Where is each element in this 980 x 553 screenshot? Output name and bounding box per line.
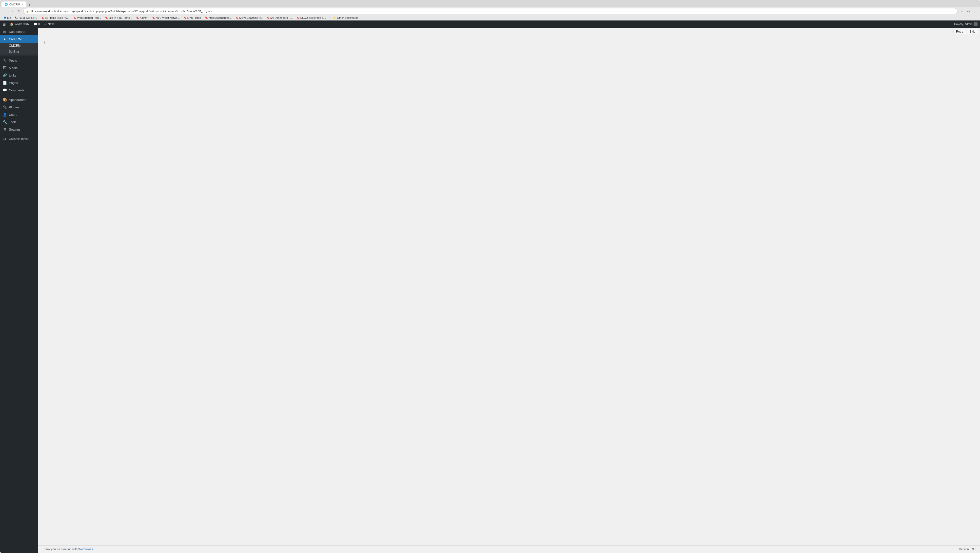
bookmark-mbw-icon: 🔖 (235, 16, 239, 19)
bookmark-phone[interactable]: 📞 (919) 335-6649 (14, 16, 38, 20)
collapse-icon: ⊙ (2, 137, 7, 141)
sidebar-tools-label: Tools (9, 120, 16, 124)
secure-icon: 🔒 (26, 10, 29, 13)
tab-title: CiviCRM (10, 3, 20, 6)
bookmark-login[interactable]: 🔖 Log In ‹ 3S Home... (104, 16, 133, 20)
sidebar-menu: ⊞ Dashboard ● CiviCRM CiviCRM Settings ✎ (0, 28, 38, 553)
bookmark-websupp-label: Web Support Req... (77, 16, 101, 19)
bookmark-other[interactable]: 📁 Other Bookmarks (332, 16, 359, 20)
sidebar-item-posts[interactable]: ✎ Posts (0, 57, 38, 64)
wp-content-area: [ (38, 35, 980, 545)
bookmark-secu[interactable]: 🔖 SECU Brokerage S... (296, 16, 327, 20)
bookmark-nyu-home[interactable]: 🔖 NYU Home (183, 16, 202, 20)
tabs-bar: 🌐 CiviCRM ✕ + (0, 0, 980, 7)
sidebar-collapse-button[interactable]: ⊙ Collapse menu (0, 135, 38, 143)
posts-icon: ✎ (2, 59, 7, 62)
bookmark-mbw-label: MBW Coaching P... (239, 16, 262, 19)
tools-icon: 🔧 (2, 120, 7, 124)
sidebar-separator-1 (0, 56, 38, 56)
new-tab-button[interactable]: + (27, 2, 32, 7)
bookmark-websupp-icon: 🔖 (73, 16, 76, 19)
sidebar-item-appearance[interactable]: 🎨 Appearance (0, 96, 38, 104)
bookmark-me[interactable]: 👤 Me (2, 16, 12, 20)
bookmark-wordpress-label: https://wordpress... (208, 16, 232, 19)
wp-comments-icon: 💬 (33, 22, 37, 26)
appearance-icon: 🎨 (2, 98, 7, 102)
wp-avatar[interactable] (974, 22, 978, 26)
bookmark-login-label: Log In ‹ 3S Home... (109, 16, 132, 19)
sidebar-plugins-label: Plugins (9, 105, 19, 109)
refresh-button[interactable]: ↻ (16, 8, 22, 14)
retry-button[interactable]: Retry (953, 29, 966, 34)
sidebar-separator-2 (0, 95, 38, 95)
sidebar-dashboard-label: Dashboard (9, 30, 25, 33)
bookmark-websupp[interactable]: 🔖 Web Support Req... (72, 16, 102, 20)
sidebar-collapse-label: Collapse menu (9, 137, 29, 141)
navigation-bar: ‹ › ↻ 🔒 https://crm.worldmethodistcounci… (0, 7, 980, 15)
sidebar-civicrm-label: CiviCRM (9, 37, 21, 41)
wp-howdy-text: Howdy, admin (954, 22, 973, 26)
active-tab[interactable]: 🌐 CiviCRM ✕ (2, 2, 26, 7)
bookmark-wordpress[interactable]: 🔖 https://wordpress... (204, 16, 232, 20)
bookmark-alumni-label: Alumni (140, 16, 148, 19)
wp-new-item[interactable]: ＋ New (42, 22, 56, 26)
bookmark-nyu-violet-label: NYU Violet Netwo... (156, 16, 180, 19)
bookmark-dashboard-label: My Dashboard - ... (270, 16, 293, 19)
url-text: https://crm.worldmethodistcouncil.org/wp… (30, 10, 955, 13)
sidebar-submenu-civicrm[interactable]: CiviCRM (0, 43, 38, 49)
links-icon: 🔗 (2, 73, 7, 77)
bookmark-me-icon: 👤 (3, 16, 6, 19)
sidebar-comments-label: Comments (9, 88, 24, 92)
wp-comments-item[interactable]: 💬 0 (32, 22, 42, 26)
footer-wordpress-link[interactable]: WordPress (78, 548, 93, 551)
nav-icons-right: ☆ ⚙ ⋮ (959, 8, 978, 14)
bookmark-mbw[interactable]: 🔖 MBW Coaching P... (234, 16, 264, 20)
sidebar-item-links[interactable]: 🔗 Links (0, 72, 38, 79)
bookmarks-bar: 👤 Me 📞 (919) 335-6649 🔖 3S Home | Site I… (0, 15, 980, 21)
tab-favicon: 🌐 (5, 3, 8, 6)
bookmark-wordpress-icon: 🔖 (205, 16, 208, 19)
sidebar-submenu-settings[interactable]: Settings (0, 49, 38, 54)
menu-icon[interactable]: ⋮ (972, 8, 978, 14)
sidebar-item-tools[interactable]: 🔧 Tools (0, 118, 38, 126)
media-icon: 🖼 (2, 66, 7, 70)
bookmark-other-label: Other Bookmarks (337, 16, 358, 19)
bookmark-dashboard[interactable]: 🔖 My Dashboard - ... (266, 16, 294, 20)
sidebar-item-dashboard[interactable]: ⊞ Dashboard (0, 28, 38, 35)
wp-main-content: Retry Skip [ Thank you for creating with… (38, 28, 980, 553)
bookmark-3s[interactable]: 🔖 3S Home | Site Inv... (40, 16, 71, 20)
bookmark-alumni-icon: 🔖 (136, 16, 139, 19)
bookmark-icon[interactable]: ☆ (959, 8, 965, 14)
sidebar-item-civicrm[interactable]: ● CiviCRM (0, 35, 38, 43)
comments-icon: 💬 (2, 88, 7, 92)
sidebar-item-pages[interactable]: 📄 Pages (0, 79, 38, 86)
bookmark-me-label: Me (7, 16, 11, 19)
sidebar-settings-label: Settings (9, 127, 21, 131)
bookmark-3s-label: 3S Home | Site Inv... (45, 16, 70, 19)
tab-close-button[interactable]: ✕ (21, 3, 24, 6)
sidebar-item-settings[interactable]: ⚙ Settings (0, 126, 38, 133)
sidebar-posts-label: Posts (9, 59, 17, 62)
bookmark-nyu-violet[interactable]: 🔖 NYU Violet Netwo... (151, 16, 181, 20)
wp-site-label: WMC CRM (14, 22, 30, 26)
loading-indicator: [ (42, 38, 976, 46)
settings-icon: ⚙ (2, 127, 7, 131)
bookmark-other-icon: 📁 (333, 16, 336, 19)
footer-period: . (93, 548, 94, 551)
sidebar-item-plugins[interactable]: 🔌 Plugins (0, 104, 38, 111)
sidebar-item-comments[interactable]: 💬 Comments (0, 86, 38, 94)
sidebar-item-users[interactable]: 👤 Users (0, 111, 38, 118)
extensions-icon[interactable]: ⚙ (966, 8, 971, 14)
back-button[interactable]: ‹ (2, 8, 8, 14)
bookmark-dashboard-icon: 🔖 (267, 16, 270, 19)
retry-skip-bar: Retry Skip (38, 28, 980, 35)
wp-new-label: New (48, 22, 54, 26)
forward-button[interactable]: › (10, 8, 15, 14)
sidebar-item-media[interactable]: 🖼 Media (0, 64, 38, 72)
wp-site-name[interactable]: 🏠 WMC CRM (8, 22, 32, 26)
wp-footer: Thank you for creating with WordPress. V… (38, 545, 980, 553)
address-bar[interactable]: 🔒 https://crm.worldmethodistcouncil.org/… (23, 8, 958, 14)
wp-logo[interactable]: ⊞ (2, 22, 6, 27)
skip-button[interactable]: Skip (967, 29, 978, 34)
bookmark-alumni[interactable]: 🔖 Alumni (135, 16, 149, 20)
